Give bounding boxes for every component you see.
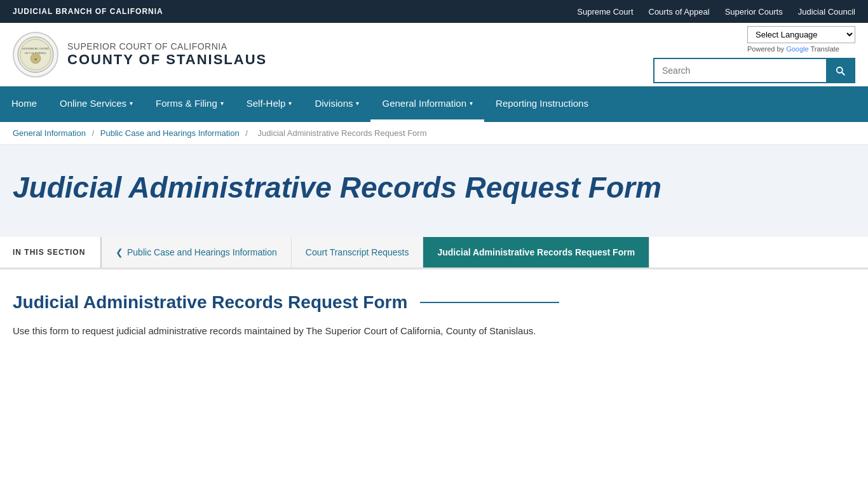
- breadcrumb-public-case[interactable]: Public Case and Hearings Information: [100, 128, 240, 138]
- court-title: SUPERIOR COURT OF CALIFORNIA COUNTY OF S…: [67, 41, 267, 68]
- court-name-bottom: COUNTY OF STANISLAUS: [67, 51, 267, 68]
- chevron-down-icon: ▾: [470, 100, 473, 107]
- court-name-top: SUPERIOR COURT OF CALIFORNIA: [67, 41, 267, 51]
- section-tab-court-transcript[interactable]: Court Transcript Requests: [292, 237, 424, 268]
- nav-general-information[interactable]: General Information ▾: [370, 86, 484, 122]
- title-divider: [420, 302, 559, 303]
- chevron-down-icon: ▾: [288, 100, 292, 107]
- section-nav: IN THIS SECTION ❮ Public Case and Hearin…: [0, 237, 868, 269]
- top-link-superior-courts[interactable]: Superior Courts: [725, 7, 783, 17]
- page-hero-title: Judicial Administrative Records Request …: [13, 170, 855, 205]
- chevron-down-icon: ▾: [356, 100, 359, 107]
- section-tab-public-case[interactable]: ❮ Public Case and Hearings Information: [102, 237, 292, 268]
- top-bar: JUDICIAL BRANCH OF CALIFORNIA Supreme Co…: [0, 0, 868, 23]
- breadcrumb-separator: /: [245, 128, 250, 138]
- breadcrumb: General Information / Public Case and He…: [0, 122, 868, 145]
- search-bar: [653, 58, 855, 83]
- nav-self-help[interactable]: Self-Help ▾: [235, 86, 304, 122]
- breadcrumb-general-information[interactable]: General Information: [13, 128, 86, 138]
- breadcrumb-current: Judicial Administrative Records Request …: [258, 128, 427, 138]
- search-button[interactable]: [826, 59, 854, 82]
- brand-name: JUDICIAL BRANCH OF CALIFORNIA: [13, 7, 163, 16]
- breadcrumb-separator: /: [92, 128, 97, 138]
- main-content: Judicial Administrative Records Request …: [0, 269, 572, 365]
- language-select[interactable]: Select Language: [747, 26, 855, 43]
- back-arrow-icon: ❮: [116, 247, 123, 257]
- translate-widget: Select Language Powered by Google Transl…: [747, 26, 855, 53]
- chevron-down-icon: ▾: [130, 100, 133, 107]
- top-link-judicial-council[interactable]: Judicial Council: [798, 7, 855, 17]
- translate-powered-by: Powered by Google Translate: [747, 45, 839, 53]
- content-title: Judicial Administrative Records Request …: [13, 292, 559, 313]
- nav-home[interactable]: Home: [0, 86, 48, 122]
- top-bar-links: Supreme Court Courts of Appeal Superior …: [577, 7, 855, 17]
- section-tab-judicial-admin[interactable]: Judicial Administrative Records Request …: [423, 237, 649, 268]
- court-seal: SUPERIOR COURT OF CALIFORNIA ★: [13, 32, 58, 78]
- search-input[interactable]: [654, 59, 826, 82]
- header-right: Select Language Powered by Google Transl…: [653, 26, 855, 83]
- main-nav: Home Online Services ▾ Forms & Filing ▾ …: [0, 86, 868, 122]
- nav-reporting-instructions[interactable]: Reporting Instructions: [484, 86, 600, 122]
- chevron-down-icon: ▾: [220, 100, 224, 107]
- search-icon: [834, 65, 846, 76]
- google-text: Google: [786, 45, 808, 53]
- nav-divisions[interactable]: Divisions ▾: [303, 86, 370, 122]
- site-header: SUPERIOR COURT OF CALIFORNIA ★ SUPERIOR …: [0, 23, 868, 86]
- logo-area: SUPERIOR COURT OF CALIFORNIA ★ SUPERIOR …: [13, 32, 267, 78]
- section-nav-label: IN THIS SECTION: [0, 237, 102, 268]
- nav-online-services[interactable]: Online Services ▾: [48, 86, 144, 122]
- nav-forms-filing[interactable]: Forms & Filing ▾: [144, 86, 235, 122]
- page-hero: Judicial Administrative Records Request …: [0, 145, 868, 237]
- top-link-supreme-court[interactable]: Supreme Court: [577, 7, 633, 17]
- svg-text:SUPERIOR COURT: SUPERIOR COURT: [22, 47, 49, 50]
- top-link-courts-of-appeal[interactable]: Courts of Appeal: [649, 7, 710, 17]
- content-body: Use this form to request judicial admini…: [13, 323, 559, 339]
